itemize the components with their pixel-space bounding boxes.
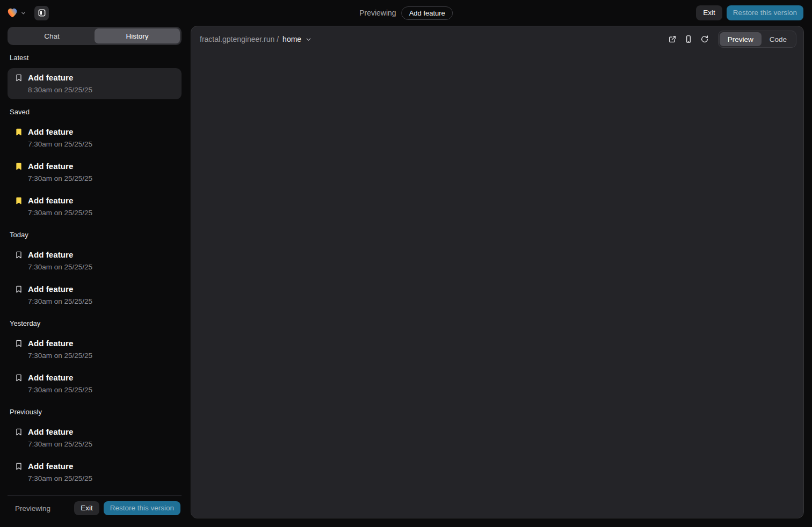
bookmark-outline-icon: [15, 374, 23, 382]
bookmark-outline-icon: [15, 428, 23, 436]
topbar-left-group: [6, 6, 49, 20]
bookmark-outline-icon: [15, 285, 23, 294]
history-item-time: 7:30am on 25/25/25: [28, 174, 92, 183]
history-item-time: 7:30am on 25/25/25: [28, 385, 92, 394]
history-item-title: Add feature: [28, 372, 92, 383]
history-item-text: Add feature 7:30am on 25/25/25: [28, 195, 92, 217]
history-item-text: Add feature 8:30am on 25/25/25: [28, 72, 92, 94]
section-title-saved: Saved: [9, 108, 182, 116]
section-title-latest: Latest: [9, 54, 182, 62]
app-logo-menu-button[interactable]: [6, 7, 26, 19]
history-item[interactable]: Add feature 7:30am on 25/25/25: [8, 334, 182, 365]
history-item-title: Add feature: [28, 195, 92, 206]
mobile-preview-button[interactable]: [682, 32, 695, 46]
history-item-text: Add feature 7:30am on 25/25/25: [28, 372, 92, 394]
mobile-preview-icon: [684, 35, 693, 43]
history-item-text: Add feature 7:30am on 25/25/25: [28, 161, 92, 183]
previewing-label: Previewing: [15, 504, 50, 513]
top-bar: Previewing Add feature Exit Restore this…: [0, 0, 812, 26]
sidebar-toggle-button[interactable]: [34, 6, 49, 20]
restore-version-button[interactable]: Restore this version: [104, 501, 180, 515]
sidebar-tab-switcher: Chat History: [8, 27, 182, 45]
exit-button[interactable]: Exit: [74, 501, 99, 515]
history-list: Latest Add feature 8:30am on 25/25/25 Sa…: [8, 45, 182, 495]
history-item[interactable]: Add feature 7:30am on 25/25/25: [8, 122, 182, 153]
history-item-time: 7:30am on 25/25/25: [28, 440, 92, 449]
history-item[interactable]: Add feature 8:30am on 25/25/25: [8, 68, 182, 99]
topbar-right-group: Exit Restore this version: [696, 5, 803, 20]
preview-code-switcher: Preview Code: [718, 31, 796, 48]
preview-url-prefix: fractal.gptengineer.run /: [200, 35, 279, 43]
history-item-title: Add feature: [28, 427, 92, 437]
history-item[interactable]: Add feature 7:30am on 25/25/25: [8, 368, 182, 399]
history-item-title: Add feature: [28, 127, 92, 137]
tab-chat[interactable]: Chat: [9, 28, 95, 43]
history-item[interactable]: Add feature 7:30am on 25/25/25: [8, 157, 182, 188]
history-item[interactable]: Add feature 7:30am on 25/25/25: [8, 245, 182, 276]
bookmark-outline-icon: [15, 251, 23, 259]
preview-url-page: home: [282, 35, 301, 43]
bookmark-outline-icon: [15, 339, 23, 348]
lovable-heart-icon: [6, 7, 18, 19]
history-item-title: Add feature: [28, 161, 92, 172]
preview-panel-header: fractal.gptengineer.run / home: [191, 26, 803, 52]
preview-panel-actions: Preview Code: [665, 31, 796, 48]
chevron-down-icon: [305, 36, 312, 43]
history-item-time: 7:30am on 25/25/25: [28, 262, 92, 272]
history-item[interactable]: Add feature 7:30am on 25/25/25: [8, 422, 182, 453]
bookmark-outline-icon: [15, 74, 23, 82]
previewing-label: Previewing: [359, 9, 396, 17]
history-item-text: Add feature 7:30am on 25/25/25: [28, 427, 92, 449]
preview-url-breadcrumb[interactable]: fractal.gptengineer.run / home: [200, 35, 312, 43]
preview-panel: fractal.gptengineer.run / home: [191, 26, 804, 518]
section-title-yesterday: Yesterday: [9, 319, 182, 328]
section-title-today: Today: [9, 231, 182, 239]
main-content-row: Chat History Latest Add feature 8:30am o…: [0, 26, 812, 523]
refresh-button[interactable]: [698, 32, 712, 46]
history-item-text: Add feature 7:30am on 25/25/25: [28, 250, 92, 272]
tab-preview[interactable]: Preview: [720, 32, 762, 46]
tab-history[interactable]: History: [95, 28, 180, 43]
history-item-title: Add feature: [28, 461, 92, 472]
refresh-icon: [700, 35, 709, 43]
history-item[interactable]: Add feature 7:30am on 25/25/25: [8, 280, 182, 311]
tab-code[interactable]: Code: [762, 32, 795, 46]
version-badge[interactable]: Add feature: [402, 6, 453, 20]
bookmark-filled-icon: [15, 162, 23, 171]
history-item-time: 7:30am on 25/25/25: [28, 351, 92, 360]
bookmark-outline-icon: [15, 462, 23, 471]
bookmark-filled-icon: [15, 196, 23, 205]
history-sidebar: Chat History Latest Add feature 8:30am o…: [8, 26, 182, 518]
history-item-text: Add feature 7:30am on 25/25/25: [28, 461, 92, 483]
history-item[interactable]: Add feature 7:30am on 25/25/25: [8, 191, 182, 222]
history-item-title: Add feature: [28, 284, 92, 295]
exit-button[interactable]: Exit: [696, 5, 722, 20]
history-item-time: 8:30am on 25/25/25: [28, 85, 92, 94]
sidebar-footer: Previewing Exit Restore this version: [8, 495, 182, 518]
history-item-time: 7:30am on 25/25/25: [28, 297, 92, 306]
preview-viewport[interactable]: [191, 52, 803, 518]
open-in-new-tab-button[interactable]: [665, 32, 679, 46]
open-in-new-tab-icon: [668, 35, 677, 43]
history-item-title: Add feature: [28, 250, 92, 260]
history-item-title: Add feature: [28, 72, 92, 83]
restore-version-button[interactable]: Restore this version: [727, 5, 803, 20]
history-item-text: Add feature 7:30am on 25/25/25: [28, 338, 92, 360]
history-item[interactable]: Add feature 7:30am on 25/25/25: [8, 457, 182, 488]
topbar-center-group: Previewing Add feature: [359, 0, 453, 26]
bookmark-filled-icon: [15, 128, 23, 136]
section-title-previously: Previously: [9, 408, 182, 416]
history-item-time: 7:30am on 25/25/25: [28, 474, 92, 483]
history-item-time: 7:30am on 25/25/25: [28, 140, 92, 149]
panel-left-icon: [38, 9, 46, 17]
history-item-title: Add feature: [28, 338, 92, 349]
history-item-time: 7:30am on 25/25/25: [28, 208, 92, 217]
chevron-down-icon: [20, 10, 26, 16]
history-item-text: Add feature 7:30am on 25/25/25: [28, 284, 92, 306]
history-item-text: Add feature 7:30am on 25/25/25: [28, 127, 92, 149]
